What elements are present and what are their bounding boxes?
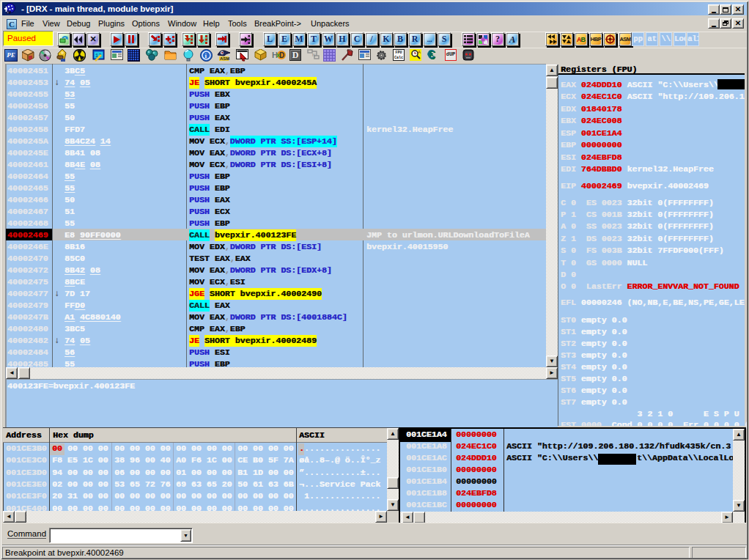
svg-text:N: N [312, 53, 315, 57]
svg-text:ASM: ASM [220, 56, 229, 61]
svg-text:D: D [279, 51, 284, 59]
svg-text:x: x [276, 51, 280, 59]
svg-text:A: A [418, 50, 421, 54]
